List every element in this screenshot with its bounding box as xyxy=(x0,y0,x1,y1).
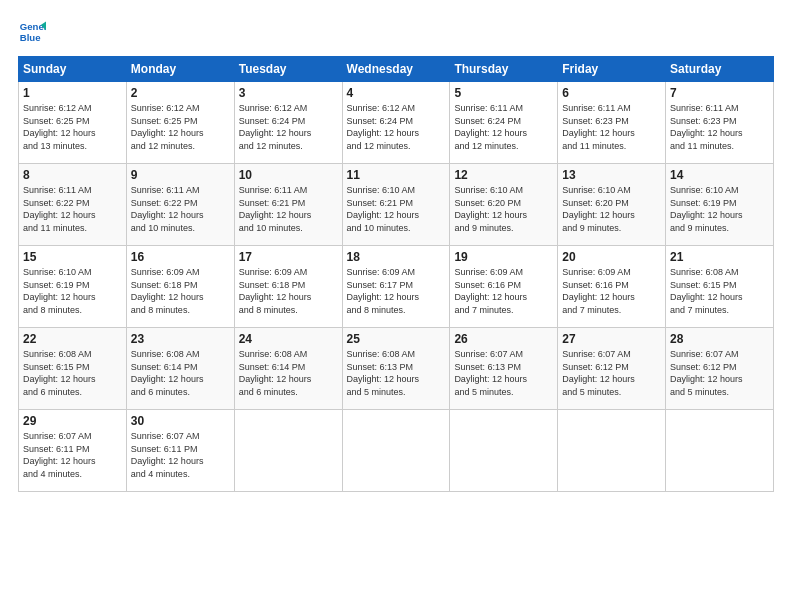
day-info: Sunrise: 6:11 AMSunset: 6:23 PMDaylight:… xyxy=(670,102,769,152)
day-info: Sunrise: 6:12 AMSunset: 6:24 PMDaylight:… xyxy=(347,102,446,152)
day-info: Sunrise: 6:11 AMSunset: 6:21 PMDaylight:… xyxy=(239,184,338,234)
day-number: 12 xyxy=(454,168,553,182)
day-number: 13 xyxy=(562,168,661,182)
day-info: Sunrise: 6:08 AMSunset: 6:13 PMDaylight:… xyxy=(347,348,446,398)
calendar-cell: 22Sunrise: 6:08 AMSunset: 6:15 PMDayligh… xyxy=(19,328,127,410)
calendar-cell: 30Sunrise: 6:07 AMSunset: 6:11 PMDayligh… xyxy=(126,410,234,492)
day-number: 20 xyxy=(562,250,661,264)
calendar-cell xyxy=(666,410,774,492)
calendar-cell: 8Sunrise: 6:11 AMSunset: 6:22 PMDaylight… xyxy=(19,164,127,246)
calendar-cell xyxy=(450,410,558,492)
day-number: 17 xyxy=(239,250,338,264)
calendar-cell: 6Sunrise: 6:11 AMSunset: 6:23 PMDaylight… xyxy=(558,82,666,164)
day-info: Sunrise: 6:10 AMSunset: 6:19 PMDaylight:… xyxy=(670,184,769,234)
day-info: Sunrise: 6:09 AMSunset: 6:17 PMDaylight:… xyxy=(347,266,446,316)
day-info: Sunrise: 6:11 AMSunset: 6:23 PMDaylight:… xyxy=(562,102,661,152)
calendar-cell: 27Sunrise: 6:07 AMSunset: 6:12 PMDayligh… xyxy=(558,328,666,410)
day-number: 6 xyxy=(562,86,661,100)
day-info: Sunrise: 6:08 AMSunset: 6:14 PMDaylight:… xyxy=(131,348,230,398)
day-info: Sunrise: 6:11 AMSunset: 6:22 PMDaylight:… xyxy=(23,184,122,234)
day-info: Sunrise: 6:08 AMSunset: 6:14 PMDaylight:… xyxy=(239,348,338,398)
day-number: 29 xyxy=(23,414,122,428)
day-info: Sunrise: 6:09 AMSunset: 6:18 PMDaylight:… xyxy=(131,266,230,316)
calendar-cell: 9Sunrise: 6:11 AMSunset: 6:22 PMDaylight… xyxy=(126,164,234,246)
day-info: Sunrise: 6:12 AMSunset: 6:25 PMDaylight:… xyxy=(131,102,230,152)
day-header-saturday: Saturday xyxy=(666,57,774,82)
calendar-cell: 3Sunrise: 6:12 AMSunset: 6:24 PMDaylight… xyxy=(234,82,342,164)
calendar-cell xyxy=(234,410,342,492)
day-header-wednesday: Wednesday xyxy=(342,57,450,82)
day-number: 27 xyxy=(562,332,661,346)
calendar-cell xyxy=(342,410,450,492)
page: General Blue SundayMondayTuesdayWednesda… xyxy=(0,0,792,612)
day-info: Sunrise: 6:09 AMSunset: 6:18 PMDaylight:… xyxy=(239,266,338,316)
day-header-thursday: Thursday xyxy=(450,57,558,82)
day-number: 8 xyxy=(23,168,122,182)
day-info: Sunrise: 6:10 AMSunset: 6:21 PMDaylight:… xyxy=(347,184,446,234)
logo-icon: General Blue xyxy=(18,18,46,46)
calendar-cell: 17Sunrise: 6:09 AMSunset: 6:18 PMDayligh… xyxy=(234,246,342,328)
day-info: Sunrise: 6:11 AMSunset: 6:24 PMDaylight:… xyxy=(454,102,553,152)
day-number: 10 xyxy=(239,168,338,182)
day-info: Sunrise: 6:11 AMSunset: 6:22 PMDaylight:… xyxy=(131,184,230,234)
calendar-cell: 13Sunrise: 6:10 AMSunset: 6:20 PMDayligh… xyxy=(558,164,666,246)
calendar-cell: 23Sunrise: 6:08 AMSunset: 6:14 PMDayligh… xyxy=(126,328,234,410)
day-info: Sunrise: 6:09 AMSunset: 6:16 PMDaylight:… xyxy=(562,266,661,316)
day-info: Sunrise: 6:07 AMSunset: 6:11 PMDaylight:… xyxy=(131,430,230,480)
calendar-cell: 10Sunrise: 6:11 AMSunset: 6:21 PMDayligh… xyxy=(234,164,342,246)
calendar-cell: 1Sunrise: 6:12 AMSunset: 6:25 PMDaylight… xyxy=(19,82,127,164)
day-header-monday: Monday xyxy=(126,57,234,82)
day-info: Sunrise: 6:10 AMSunset: 6:20 PMDaylight:… xyxy=(454,184,553,234)
calendar-cell: 18Sunrise: 6:09 AMSunset: 6:17 PMDayligh… xyxy=(342,246,450,328)
calendar-cell: 26Sunrise: 6:07 AMSunset: 6:13 PMDayligh… xyxy=(450,328,558,410)
day-number: 2 xyxy=(131,86,230,100)
day-number: 30 xyxy=(131,414,230,428)
logo: General Blue xyxy=(18,18,52,46)
svg-text:Blue: Blue xyxy=(20,32,41,43)
day-number: 25 xyxy=(347,332,446,346)
day-info: Sunrise: 6:07 AMSunset: 6:12 PMDaylight:… xyxy=(670,348,769,398)
day-number: 22 xyxy=(23,332,122,346)
day-number: 15 xyxy=(23,250,122,264)
day-number: 11 xyxy=(347,168,446,182)
day-number: 7 xyxy=(670,86,769,100)
day-info: Sunrise: 6:09 AMSunset: 6:16 PMDaylight:… xyxy=(454,266,553,316)
calendar-cell xyxy=(558,410,666,492)
calendar-cell: 4Sunrise: 6:12 AMSunset: 6:24 PMDaylight… xyxy=(342,82,450,164)
day-number: 18 xyxy=(347,250,446,264)
day-number: 4 xyxy=(347,86,446,100)
day-number: 16 xyxy=(131,250,230,264)
calendar-cell: 12Sunrise: 6:10 AMSunset: 6:20 PMDayligh… xyxy=(450,164,558,246)
day-number: 24 xyxy=(239,332,338,346)
day-header-tuesday: Tuesday xyxy=(234,57,342,82)
calendar-cell: 21Sunrise: 6:08 AMSunset: 6:15 PMDayligh… xyxy=(666,246,774,328)
calendar-cell: 2Sunrise: 6:12 AMSunset: 6:25 PMDaylight… xyxy=(126,82,234,164)
day-info: Sunrise: 6:12 AMSunset: 6:25 PMDaylight:… xyxy=(23,102,122,152)
calendar-table: SundayMondayTuesdayWednesdayThursdayFrid… xyxy=(18,56,774,492)
svg-text:General: General xyxy=(20,21,46,32)
day-number: 26 xyxy=(454,332,553,346)
calendar-cell: 5Sunrise: 6:11 AMSunset: 6:24 PMDaylight… xyxy=(450,82,558,164)
header: General Blue xyxy=(18,18,774,46)
day-number: 1 xyxy=(23,86,122,100)
day-number: 23 xyxy=(131,332,230,346)
day-header-sunday: Sunday xyxy=(19,57,127,82)
day-header-friday: Friday xyxy=(558,57,666,82)
day-number: 28 xyxy=(670,332,769,346)
calendar-cell: 25Sunrise: 6:08 AMSunset: 6:13 PMDayligh… xyxy=(342,328,450,410)
day-info: Sunrise: 6:08 AMSunset: 6:15 PMDaylight:… xyxy=(23,348,122,398)
day-number: 14 xyxy=(670,168,769,182)
day-info: Sunrise: 6:08 AMSunset: 6:15 PMDaylight:… xyxy=(670,266,769,316)
calendar-cell: 29Sunrise: 6:07 AMSunset: 6:11 PMDayligh… xyxy=(19,410,127,492)
day-info: Sunrise: 6:10 AMSunset: 6:19 PMDaylight:… xyxy=(23,266,122,316)
calendar-cell: 20Sunrise: 6:09 AMSunset: 6:16 PMDayligh… xyxy=(558,246,666,328)
calendar-cell: 24Sunrise: 6:08 AMSunset: 6:14 PMDayligh… xyxy=(234,328,342,410)
calendar-cell: 15Sunrise: 6:10 AMSunset: 6:19 PMDayligh… xyxy=(19,246,127,328)
calendar-cell: 19Sunrise: 6:09 AMSunset: 6:16 PMDayligh… xyxy=(450,246,558,328)
day-info: Sunrise: 6:12 AMSunset: 6:24 PMDaylight:… xyxy=(239,102,338,152)
calendar-cell: 11Sunrise: 6:10 AMSunset: 6:21 PMDayligh… xyxy=(342,164,450,246)
calendar-cell: 14Sunrise: 6:10 AMSunset: 6:19 PMDayligh… xyxy=(666,164,774,246)
day-number: 9 xyxy=(131,168,230,182)
day-info: Sunrise: 6:10 AMSunset: 6:20 PMDaylight:… xyxy=(562,184,661,234)
calendar-cell: 16Sunrise: 6:09 AMSunset: 6:18 PMDayligh… xyxy=(126,246,234,328)
